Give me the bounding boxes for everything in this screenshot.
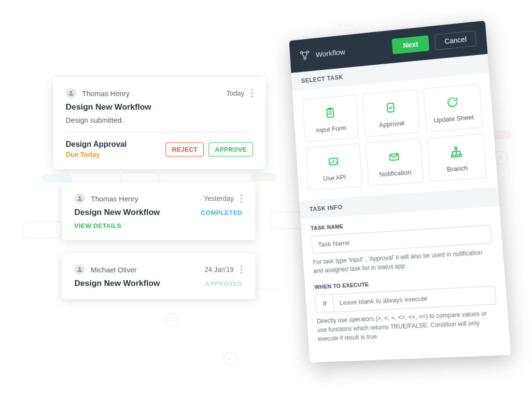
card-date: Today	[226, 89, 244, 97]
task-card: Michael Oliver 24 Jan'19 Design New Work…	[62, 254, 255, 299]
card-title: Design New Workflow	[74, 279, 160, 288]
user-name: Thomas Henry	[82, 89, 129, 98]
reject-button[interactable]: REJECT	[166, 142, 204, 156]
condition-input[interactable]	[333, 286, 496, 312]
task-type-branch[interactable]: Branch	[427, 133, 487, 182]
card-title: Design New Workflow	[74, 208, 160, 217]
user-name: Michael Oliver	[91, 266, 137, 274]
card-date: 24 Jan'19	[205, 266, 234, 273]
task-card: Thomas Henry Today Design New Workflow D…	[53, 77, 266, 169]
card-title: Design New Workflow	[66, 102, 253, 112]
svg-rect-3	[327, 109, 334, 117]
svg-rect-9	[451, 155, 454, 157]
refresh-sheet-icon	[446, 95, 460, 110]
svg-rect-8	[455, 147, 457, 150]
user-name: Thomas Henry	[91, 195, 138, 203]
task-type-use-api[interactable]: Use API	[306, 143, 363, 191]
panel-title: Workflow	[315, 47, 345, 58]
workflow-icon	[299, 50, 310, 61]
check-shield-icon	[384, 100, 398, 115]
branch-icon	[449, 144, 463, 159]
svg-rect-11	[459, 154, 462, 156]
end-node: END	[316, 372, 336, 381]
mail-icon	[387, 150, 401, 164]
view-details-link[interactable]: VIEW DETAILS	[74, 222, 242, 229]
start-node: START	[333, 21, 359, 30]
more-menu-icon[interactable]	[240, 194, 242, 203]
task-type-approval[interactable]: Approval	[362, 89, 420, 137]
approve-button[interactable]: APPROVE	[209, 142, 253, 156]
when-help: Directly use operators (>, <, =, <>, <=,…	[317, 309, 499, 343]
due-label: Due Today	[66, 151, 127, 158]
if-prefix: If	[316, 295, 335, 312]
next-button[interactable]: Next	[392, 35, 430, 55]
clipboard-icon	[323, 106, 337, 120]
cancel-button[interactable]: Cancel	[434, 30, 477, 50]
api-icon	[327, 155, 340, 169]
approval-title: Design Approval	[66, 140, 127, 149]
svg-point-1	[307, 51, 309, 53]
more-menu-icon[interactable]	[240, 265, 242, 274]
avatar	[74, 193, 85, 204]
task-type-notification[interactable]: Notification	[365, 139, 424, 186]
status-badge: APPROVED	[205, 280, 242, 287]
more-menu-icon[interactable]	[251, 89, 253, 98]
avatar	[74, 264, 85, 275]
status-badge: COMPLETED	[201, 209, 242, 216]
avatar	[66, 88, 76, 99]
card-date: Yesterday	[204, 195, 234, 202]
task-type-input-form[interactable]: Input Form	[302, 95, 359, 142]
card-message: Design submitted.	[66, 116, 253, 124]
task-card: Thomas Henry Yesterday Design New Workfl…	[62, 183, 255, 240]
task-type-update-sheet[interactable]: Update Sheet	[423, 84, 483, 132]
svg-rect-10	[455, 155, 458, 157]
workflow-panel: Workflow Next Cancel SELECT TASK Input F…	[289, 21, 511, 363]
